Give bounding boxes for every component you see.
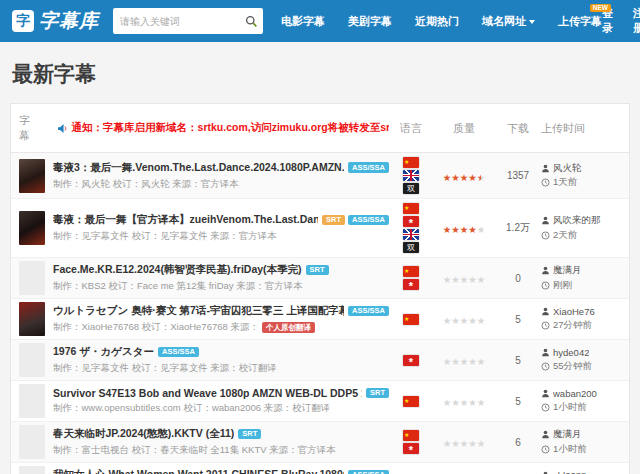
format-badges: ASS/SSA	[348, 162, 389, 173]
register-link[interactable]: 注册	[633, 6, 640, 36]
format-badges: ASS/SSA	[158, 347, 199, 358]
uploader-link[interactable]: XiaoHe76	[553, 306, 595, 317]
format-badge: ASS/SSA	[348, 470, 389, 474]
subtitle-thumbnail[interactable]	[19, 343, 45, 377]
download-count: 1357	[495, 170, 541, 181]
column-header-downloads: 下载	[495, 121, 541, 136]
star-icon: ★	[477, 315, 486, 326]
clock-icon	[541, 445, 550, 454]
top-navbar: 字 字幕库 电影字幕美剧字幕近期热门域名网址上传字幕NEW 登录 注册	[0, 0, 640, 42]
subtitle-row: 我知女人心.What.Women.Want.2011.CHINESE.BluRa…	[11, 463, 629, 474]
star-icon: ★	[451, 172, 460, 183]
rating-stars: ★★★★★	[433, 269, 495, 287]
star-icon: ★	[451, 224, 460, 235]
format-badges: SRTASS/SSA	[322, 215, 389, 226]
uploader-link[interactable]: 风吹来的那	[553, 214, 601, 227]
star-icon: ★	[468, 172, 477, 183]
star-icon: ★	[443, 224, 452, 235]
download-count: 5	[495, 355, 541, 366]
subtitle-table: 字幕 通知：字幕库启用新域名：srtku.com,访问zimuku.org将被转…	[10, 103, 630, 474]
search-input[interactable]	[113, 16, 239, 27]
format-badge: ASS/SSA	[158, 347, 199, 358]
subtitle-thumbnail[interactable]	[19, 425, 45, 459]
subtitle-title-link[interactable]: ウルトラセブン 奥特·赛文 第7话-宇宙囚犯三零三 上译国配字幕.ass	[53, 304, 344, 318]
subtitle-meta: 制作：风火轮 校订：风火轮 来源：官方译本	[53, 178, 389, 191]
china-flag-icon	[403, 157, 419, 168]
language-flags	[389, 156, 433, 195]
site-logo-text: 字幕库	[39, 8, 99, 34]
china-flag-icon	[403, 396, 419, 407]
upload-time: 1小时前	[553, 443, 587, 456]
source-badge: 个人原创翻译	[262, 322, 315, 333]
uk-flag-icon	[403, 170, 419, 181]
star-icon: ★	[477, 224, 486, 235]
star-icon: ★	[451, 274, 460, 285]
star-icon: ★	[443, 315, 452, 326]
uploader-link[interactable]: 魔满月	[553, 264, 582, 277]
uploader-link[interactable]: waban200	[553, 388, 597, 399]
star-icon: ★	[477, 274, 486, 285]
uploader-link[interactable]: 风火轮	[553, 162, 582, 175]
subtitle-thumbnail[interactable]	[19, 466, 45, 474]
star-icon: ★	[451, 356, 460, 367]
language-flags	[389, 429, 433, 455]
subtitle-title-link[interactable]: 毒液3：最后一舞.Venom.The.Last.Dance.2024.1080P…	[53, 161, 344, 175]
site-logo[interactable]: 字 字幕库	[12, 8, 99, 34]
format-badges: ASS/SSA	[348, 470, 389, 474]
user-icon	[541, 266, 550, 275]
hongkong-flag-icon	[403, 216, 419, 227]
star-icon: ★	[443, 397, 452, 408]
bilingual-icon	[403, 183, 419, 194]
format-badges: ASS/SSA	[348, 306, 389, 317]
star-icon: ★	[460, 397, 469, 408]
nav-item-4[interactable]: 上传字幕NEW	[558, 14, 602, 29]
star-icon: ★	[443, 438, 452, 449]
format-badge: SRT	[366, 388, 389, 399]
subtitle-thumbnail[interactable]	[19, 302, 45, 336]
subtitle-meta: 制作：富士电视台 校订：春天来临时 全11集 KKTV 来源：官方译本	[53, 444, 389, 457]
nav-item-1[interactable]: 美剧字幕	[348, 14, 392, 29]
subtitle-thumbnail[interactable]	[19, 384, 45, 418]
hongkong-flag-icon	[403, 355, 419, 366]
format-badges: SRT	[238, 429, 261, 440]
subtitle-thumbnail[interactable]	[19, 159, 45, 193]
star-icon: ★	[468, 224, 477, 235]
subtitle-title-link[interactable]: 毒液：最后一舞【官方译本】zueihVenom.The.Last.Dance.2…	[53, 213, 318, 227]
main-nav: 电影字幕美剧字幕近期热门域名网址上传字幕NEW	[281, 14, 602, 29]
hongkong-flag-icon	[403, 443, 419, 454]
uploader-link[interactable]: 魔满月	[553, 428, 582, 441]
star-icon: ★	[443, 274, 452, 285]
subtitle-title-link[interactable]: Survivor S47E13 Bob and Weave 1080p AMZN…	[53, 387, 362, 399]
star-icon: ★	[468, 274, 477, 285]
subtitle-thumbnail[interactable]	[19, 261, 45, 295]
subtitle-title-link[interactable]: 春天来临时JP.2024(憨憨).KKTV (全11)	[53, 427, 234, 441]
upload-time: 刚刚	[553, 279, 572, 292]
subtitle-thumbnail[interactable]	[19, 211, 45, 245]
star-icon: ★	[451, 397, 460, 408]
subtitle-title-link[interactable]: Face.Me.KR.E12.2024(韩智贤李民基).friDay(本季完)	[53, 263, 302, 277]
nav-item-2[interactable]: 近期热门	[415, 14, 459, 29]
star-icon: ★	[477, 356, 486, 367]
table-header-row: 字幕 通知：字幕库启用新域名：srtku.com,访问zimuku.org将被转…	[11, 104, 629, 153]
page-title: 最新字幕	[12, 60, 630, 88]
uploader-link[interactable]: hyde042	[553, 347, 589, 358]
search-button[interactable]	[239, 9, 263, 33]
nav-item-0[interactable]: 电影字幕	[281, 14, 325, 29]
star-icon: ★	[460, 274, 469, 285]
upload-time: 55分钟前	[553, 360, 592, 373]
language-flags	[389, 354, 433, 367]
upload-time: 1天前	[553, 176, 577, 189]
hongkong-flag-icon	[403, 279, 419, 290]
star-icon: ★	[468, 438, 477, 449]
subtitle-table-body: 毒液3：最后一舞.Venom.The.Last.Dance.2024.1080P…	[11, 153, 629, 474]
user-icon	[541, 164, 550, 173]
subtitle-title-link[interactable]: 我知女人心.What.Women.Want.2011.CHINESE.BluRa…	[53, 468, 344, 474]
download-count: 6	[495, 437, 541, 448]
uploader-link[interactable]: yhl2288	[553, 470, 586, 474]
clock-icon	[541, 362, 550, 371]
subtitle-row: Survivor S47E13 Bob and Weave 1080p AMZN…	[11, 381, 629, 422]
download-count: 0	[495, 273, 541, 284]
subtitle-meta: 制作：www.opensubtitles.com 校订：waban2006 来源…	[53, 402, 389, 415]
subtitle-title-link[interactable]: 1976 ザ・カゲスター	[53, 345, 154, 359]
nav-item-3[interactable]: 域名网址	[482, 14, 535, 29]
